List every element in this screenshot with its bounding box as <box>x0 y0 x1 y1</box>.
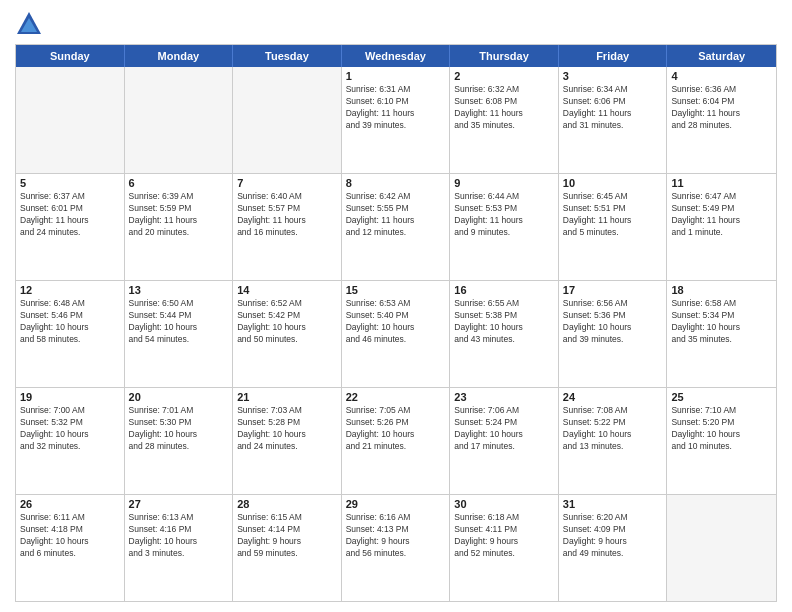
calendar-cell: 2Sunrise: 6:32 AM Sunset: 6:08 PM Daylig… <box>450 67 559 173</box>
day-info: Sunrise: 7:08 AM Sunset: 5:22 PM Dayligh… <box>563 405 663 453</box>
day-number: 20 <box>129 391 229 403</box>
calendar-cell: 21Sunrise: 7:03 AM Sunset: 5:28 PM Dayli… <box>233 388 342 494</box>
day-info: Sunrise: 6:16 AM Sunset: 4:13 PM Dayligh… <box>346 512 446 560</box>
calendar-cell: 12Sunrise: 6:48 AM Sunset: 5:46 PM Dayli… <box>16 281 125 387</box>
day-number: 7 <box>237 177 337 189</box>
day-number: 13 <box>129 284 229 296</box>
header <box>15 10 777 38</box>
calendar-row-2: 5Sunrise: 6:37 AM Sunset: 6:01 PM Daylig… <box>16 174 776 281</box>
day-info: Sunrise: 7:05 AM Sunset: 5:26 PM Dayligh… <box>346 405 446 453</box>
day-number: 5 <box>20 177 120 189</box>
calendar-row-3: 12Sunrise: 6:48 AM Sunset: 5:46 PM Dayli… <box>16 281 776 388</box>
calendar-cell: 10Sunrise: 6:45 AM Sunset: 5:51 PM Dayli… <box>559 174 668 280</box>
logo-icon <box>15 10 43 38</box>
calendar-cell: 11Sunrise: 6:47 AM Sunset: 5:49 PM Dayli… <box>667 174 776 280</box>
calendar-row-4: 19Sunrise: 7:00 AM Sunset: 5:32 PM Dayli… <box>16 388 776 495</box>
day-info: Sunrise: 6:55 AM Sunset: 5:38 PM Dayligh… <box>454 298 554 346</box>
day-number: 8 <box>346 177 446 189</box>
day-info: Sunrise: 6:34 AM Sunset: 6:06 PM Dayligh… <box>563 84 663 132</box>
day-info: Sunrise: 7:01 AM Sunset: 5:30 PM Dayligh… <box>129 405 229 453</box>
calendar-cell: 8Sunrise: 6:42 AM Sunset: 5:55 PM Daylig… <box>342 174 451 280</box>
day-number: 24 <box>563 391 663 403</box>
day-info: Sunrise: 7:10 AM Sunset: 5:20 PM Dayligh… <box>671 405 772 453</box>
calendar-row-5: 26Sunrise: 6:11 AM Sunset: 4:18 PM Dayli… <box>16 495 776 601</box>
day-info: Sunrise: 6:56 AM Sunset: 5:36 PM Dayligh… <box>563 298 663 346</box>
header-day-friday: Friday <box>559 45 668 67</box>
day-number: 21 <box>237 391 337 403</box>
day-number: 23 <box>454 391 554 403</box>
day-info: Sunrise: 6:44 AM Sunset: 5:53 PM Dayligh… <box>454 191 554 239</box>
calendar-cell: 20Sunrise: 7:01 AM Sunset: 5:30 PM Dayli… <box>125 388 234 494</box>
day-info: Sunrise: 6:50 AM Sunset: 5:44 PM Dayligh… <box>129 298 229 346</box>
calendar-cell: 27Sunrise: 6:13 AM Sunset: 4:16 PM Dayli… <box>125 495 234 601</box>
day-info: Sunrise: 6:40 AM Sunset: 5:57 PM Dayligh… <box>237 191 337 239</box>
day-number: 16 <box>454 284 554 296</box>
calendar-cell: 23Sunrise: 7:06 AM Sunset: 5:24 PM Dayli… <box>450 388 559 494</box>
calendar-cell: 29Sunrise: 6:16 AM Sunset: 4:13 PM Dayli… <box>342 495 451 601</box>
calendar-cell: 31Sunrise: 6:20 AM Sunset: 4:09 PM Dayli… <box>559 495 668 601</box>
day-info: Sunrise: 6:36 AM Sunset: 6:04 PM Dayligh… <box>671 84 772 132</box>
logo <box>15 10 47 38</box>
day-info: Sunrise: 6:39 AM Sunset: 5:59 PM Dayligh… <box>129 191 229 239</box>
header-day-sunday: Sunday <box>16 45 125 67</box>
day-number: 14 <box>237 284 337 296</box>
calendar-cell: 14Sunrise: 6:52 AM Sunset: 5:42 PM Dayli… <box>233 281 342 387</box>
day-number: 17 <box>563 284 663 296</box>
day-info: Sunrise: 6:42 AM Sunset: 5:55 PM Dayligh… <box>346 191 446 239</box>
day-number: 28 <box>237 498 337 510</box>
day-info: Sunrise: 6:13 AM Sunset: 4:16 PM Dayligh… <box>129 512 229 560</box>
day-number: 26 <box>20 498 120 510</box>
calendar-cell: 28Sunrise: 6:15 AM Sunset: 4:14 PM Dayli… <box>233 495 342 601</box>
calendar-cell: 17Sunrise: 6:56 AM Sunset: 5:36 PM Dayli… <box>559 281 668 387</box>
header-day-saturday: Saturday <box>667 45 776 67</box>
day-number: 31 <box>563 498 663 510</box>
day-info: Sunrise: 6:18 AM Sunset: 4:11 PM Dayligh… <box>454 512 554 560</box>
calendar-header: SundayMondayTuesdayWednesdayThursdayFrid… <box>16 45 776 67</box>
calendar-cell: 6Sunrise: 6:39 AM Sunset: 5:59 PM Daylig… <box>125 174 234 280</box>
calendar-cell: 3Sunrise: 6:34 AM Sunset: 6:06 PM Daylig… <box>559 67 668 173</box>
day-info: Sunrise: 6:32 AM Sunset: 6:08 PM Dayligh… <box>454 84 554 132</box>
day-info: Sunrise: 7:03 AM Sunset: 5:28 PM Dayligh… <box>237 405 337 453</box>
day-number: 29 <box>346 498 446 510</box>
day-number: 25 <box>671 391 772 403</box>
calendar-cell <box>667 495 776 601</box>
calendar-cell: 26Sunrise: 6:11 AM Sunset: 4:18 PM Dayli… <box>16 495 125 601</box>
day-number: 9 <box>454 177 554 189</box>
header-day-tuesday: Tuesday <box>233 45 342 67</box>
day-info: Sunrise: 6:58 AM Sunset: 5:34 PM Dayligh… <box>671 298 772 346</box>
calendar-row-1: 1Sunrise: 6:31 AM Sunset: 6:10 PM Daylig… <box>16 67 776 174</box>
calendar-cell <box>233 67 342 173</box>
calendar-cell: 22Sunrise: 7:05 AM Sunset: 5:26 PM Dayli… <box>342 388 451 494</box>
calendar-cell: 13Sunrise: 6:50 AM Sunset: 5:44 PM Dayli… <box>125 281 234 387</box>
calendar-cell: 7Sunrise: 6:40 AM Sunset: 5:57 PM Daylig… <box>233 174 342 280</box>
calendar-cell: 19Sunrise: 7:00 AM Sunset: 5:32 PM Dayli… <box>16 388 125 494</box>
calendar-cell: 24Sunrise: 7:08 AM Sunset: 5:22 PM Dayli… <box>559 388 668 494</box>
calendar-cell: 9Sunrise: 6:44 AM Sunset: 5:53 PM Daylig… <box>450 174 559 280</box>
calendar-body: 1Sunrise: 6:31 AM Sunset: 6:10 PM Daylig… <box>16 67 776 601</box>
day-number: 18 <box>671 284 772 296</box>
day-number: 22 <box>346 391 446 403</box>
calendar-cell: 4Sunrise: 6:36 AM Sunset: 6:04 PM Daylig… <box>667 67 776 173</box>
day-number: 2 <box>454 70 554 82</box>
day-info: Sunrise: 6:11 AM Sunset: 4:18 PM Dayligh… <box>20 512 120 560</box>
day-info: Sunrise: 6:20 AM Sunset: 4:09 PM Dayligh… <box>563 512 663 560</box>
day-info: Sunrise: 7:06 AM Sunset: 5:24 PM Dayligh… <box>454 405 554 453</box>
calendar-cell: 1Sunrise: 6:31 AM Sunset: 6:10 PM Daylig… <box>342 67 451 173</box>
day-number: 10 <box>563 177 663 189</box>
calendar-cell: 16Sunrise: 6:55 AM Sunset: 5:38 PM Dayli… <box>450 281 559 387</box>
day-info: Sunrise: 6:15 AM Sunset: 4:14 PM Dayligh… <box>237 512 337 560</box>
calendar-cell: 18Sunrise: 6:58 AM Sunset: 5:34 PM Dayli… <box>667 281 776 387</box>
day-info: Sunrise: 6:48 AM Sunset: 5:46 PM Dayligh… <box>20 298 120 346</box>
header-day-monday: Monday <box>125 45 234 67</box>
day-number: 3 <box>563 70 663 82</box>
day-number: 30 <box>454 498 554 510</box>
calendar-cell: 15Sunrise: 6:53 AM Sunset: 5:40 PM Dayli… <box>342 281 451 387</box>
day-number: 11 <box>671 177 772 189</box>
day-info: Sunrise: 6:45 AM Sunset: 5:51 PM Dayligh… <box>563 191 663 239</box>
day-info: Sunrise: 6:47 AM Sunset: 5:49 PM Dayligh… <box>671 191 772 239</box>
day-info: Sunrise: 6:31 AM Sunset: 6:10 PM Dayligh… <box>346 84 446 132</box>
calendar-cell: 5Sunrise: 6:37 AM Sunset: 6:01 PM Daylig… <box>16 174 125 280</box>
day-number: 6 <box>129 177 229 189</box>
day-number: 27 <box>129 498 229 510</box>
calendar-cell: 25Sunrise: 7:10 AM Sunset: 5:20 PM Dayli… <box>667 388 776 494</box>
